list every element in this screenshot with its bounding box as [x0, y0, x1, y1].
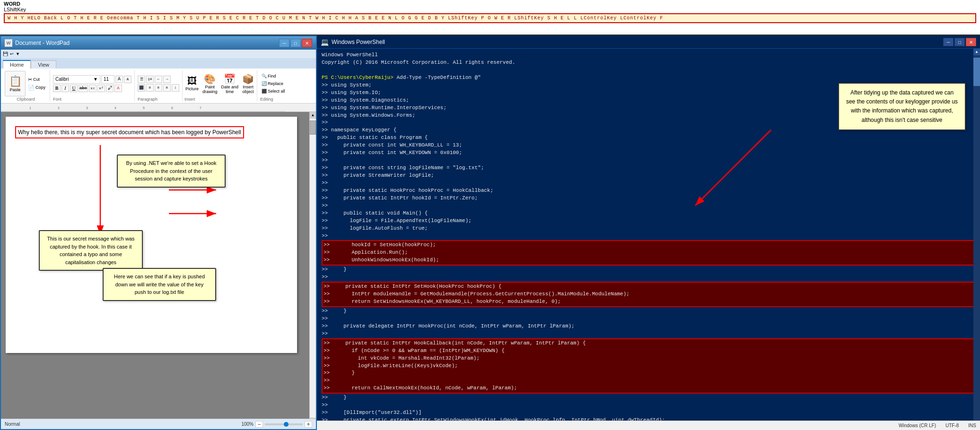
ps-line-34: >> }	[322, 308, 975, 315]
font-name-dropdown[interactable]: Calibri▼	[53, 75, 100, 84]
wordpad-title-text: Document - WordPad	[15, 40, 279, 46]
font-size-dropdown[interactable]: 11	[101, 75, 114, 84]
select-all-button[interactable]: ⬛Select all	[260, 88, 292, 94]
insert-mode-text: INS	[968, 423, 976, 428]
italic-button[interactable]: I	[61, 85, 69, 92]
color-button[interactable]: A	[114, 85, 122, 92]
top-bar-shiftkey: LShiftKey	[4, 7, 976, 12]
font-group: Calibri▼ 11 A A B I U abc x₂ x² 🖍 A Font	[50, 70, 135, 102]
ps-line-22: >> public static void Main() {	[322, 210, 975, 217]
ps-line-37: >>	[322, 330, 975, 338]
copy-button[interactable]: 📄Copy	[26, 84, 47, 91]
tab-home[interactable]: Home	[3, 60, 31, 69]
picture-button[interactable]: 🖼 Picture	[184, 75, 200, 92]
svg-text:4: 4	[114, 106, 116, 110]
ps-line-39: >> if (nCode >= 0 && wParam == (IntPtr)W…	[324, 347, 973, 355]
insert-object-button[interactable]: 📦 Insertobject	[241, 72, 255, 95]
font-grow-button[interactable]: A	[115, 76, 123, 83]
document-content[interactable]: Why hello there, this is my super secret…	[15, 126, 244, 138]
zoom-slider-track[interactable]	[265, 423, 303, 425]
align-left-button[interactable]: ⬛	[138, 84, 145, 92]
ps-line-1: Windows PowerShell	[322, 52, 975, 59]
ps-line-12: >> public static class Program {	[322, 134, 975, 142]
ps-scroll-thumb[interactable]	[973, 58, 980, 86]
font-shrink-button[interactable]: A	[124, 76, 131, 83]
ps-line-42: >> }	[324, 370, 973, 377]
quick-dropdown-icon[interactable]: ▼	[16, 52, 20, 56]
underline-button[interactable]: U	[70, 85, 78, 92]
callout-hook-procedure: By using .NET we're able to set a Hook P…	[117, 155, 226, 188]
editing-label: Editing	[260, 97, 292, 102]
ps-line-29: >> }	[322, 266, 975, 274]
strikethrough-button[interactable]: abc	[79, 85, 88, 92]
font-label: Font	[53, 97, 131, 102]
encoding-text: UTF-8	[945, 423, 959, 428]
ps-highlighted-block-2: >> private static IntPtr SetHook(HookPro…	[322, 282, 975, 307]
doc-scrollbar-v[interactable]: ▲ ▼	[309, 112, 316, 424]
insert-label: Insert	[184, 97, 255, 102]
ps-close-button[interactable]: ✕	[966, 38, 976, 46]
svg-text:2: 2	[58, 106, 60, 110]
scroll-thumb-v[interactable]	[310, 120, 316, 135]
ps-highlighted-block-3: >> private static IntPtr HookCallback(in…	[322, 338, 975, 394]
wordpad-titlebar: W Document - WordPad ─ □ ✕	[1, 36, 316, 50]
quick-access-toolbar: 💾 ↩ ▼	[1, 50, 316, 58]
ps-line-3	[322, 67, 975, 74]
svg-text:7: 7	[200, 106, 201, 110]
editing-group: 🔍Find 🔄Replace ⬛Select all Editing	[257, 70, 295, 102]
numbered-list-button[interactable]: 1≡	[146, 76, 154, 83]
bottom-statusbar: Windows (CR LF) UTF-8 INS	[317, 421, 980, 430]
justify-button[interactable]: ≡	[163, 84, 171, 92]
paragraph-group: ☰ 1≡ ← → ⬛ ≡ ≡ ≡ ↕ Paragraph	[135, 70, 183, 102]
replace-button[interactable]: 🔄Replace	[260, 81, 292, 86]
minimize-button[interactable]: ─	[279, 39, 289, 47]
ps-line-16: >> private const string logFileName = "l…	[322, 164, 975, 172]
superscript-button[interactable]: x²	[97, 85, 105, 92]
ps-highlighted-block-1: >> hookId = SetHook(hookProc); >> Applic…	[322, 240, 975, 266]
paint-drawing-button[interactable]: 🎨 Paintdrawing	[201, 72, 219, 95]
top-bar-keylog: W H Y HELO Back L O T H E R E Oemcomma T…	[4, 13, 976, 23]
ps-line-47: >> [DllImport("user32.dll")]	[322, 409, 975, 417]
quick-save-icon[interactable]: 💾	[3, 52, 8, 56]
align-center-button[interactable]: ≡	[146, 84, 154, 92]
ps-line-26: >> hookId = SetHook(hookProc);	[324, 241, 973, 249]
line-ending-text: Windows (CR LF)	[899, 423, 936, 428]
find-button[interactable]: 🔍Find	[260, 73, 292, 79]
zoom-decrease-button[interactable]: −	[255, 421, 263, 428]
zoom-percent: 100%	[241, 421, 254, 427]
ps-line-21: >>	[322, 202, 975, 210]
date-time-button[interactable]: 📅 Date andtime	[220, 72, 240, 95]
subscript-button[interactable]: x₂	[89, 85, 96, 92]
indent-increase-button[interactable]: →	[163, 76, 171, 83]
ps-titlebar: 💻 Windows PowerShell ─ □ ✕	[317, 35, 980, 49]
close-button[interactable]: ✕	[302, 39, 312, 47]
highlight-button[interactable]: 🖍	[106, 85, 114, 92]
clipboard-label: Clipboard	[17, 97, 35, 102]
zoom-slider-thumb[interactable]	[284, 422, 289, 427]
clipboard-group: 📋 Paste ✂Cut 📄Copy Clipboard	[2, 70, 50, 102]
ps-title-icon: 💻	[321, 38, 329, 46]
ribbon-tabs: Home View	[1, 58, 316, 69]
paragraph-label: Paragraph	[138, 97, 179, 102]
indent-decrease-button[interactable]: ←	[155, 76, 162, 83]
svg-text:6: 6	[171, 106, 173, 110]
cut-button[interactable]: ✂Cut	[26, 76, 47, 83]
ps-line-44: >> return CallNextHookEx(hookId, nCode, …	[324, 385, 973, 392]
scroll-up-arrow[interactable]: ▲	[310, 112, 316, 119]
ps-maximize-button[interactable]: □	[954, 38, 965, 46]
ps-scroll-up-arrow[interactable]: ▲	[973, 49, 980, 55]
ps-minimize-button[interactable]: ─	[943, 38, 954, 46]
paste-button[interactable]: 📋 Paste	[5, 71, 26, 96]
tab-view[interactable]: View	[31, 60, 56, 69]
align-right-button[interactable]: ≡	[155, 84, 162, 92]
line-spacing-button[interactable]: ↕	[172, 84, 179, 92]
maximize-button[interactable]: □	[290, 39, 301, 47]
ps-line-24: >> logFile.AutoFlush = true;	[322, 225, 975, 232]
quick-undo-icon[interactable]: ↩	[10, 52, 14, 56]
ps-title-text: Windows PowerShell	[332, 39, 943, 45]
ps-scrollbar[interactable]: ▲	[973, 49, 980, 430]
ps-line-40: >> int vkCode = Marshal.ReadInt32(lParam…	[324, 355, 973, 362]
bold-button[interactable]: B	[53, 85, 61, 92]
list-button[interactable]: ☰	[138, 76, 145, 83]
zoom-increase-button[interactable]: +	[305, 421, 312, 428]
